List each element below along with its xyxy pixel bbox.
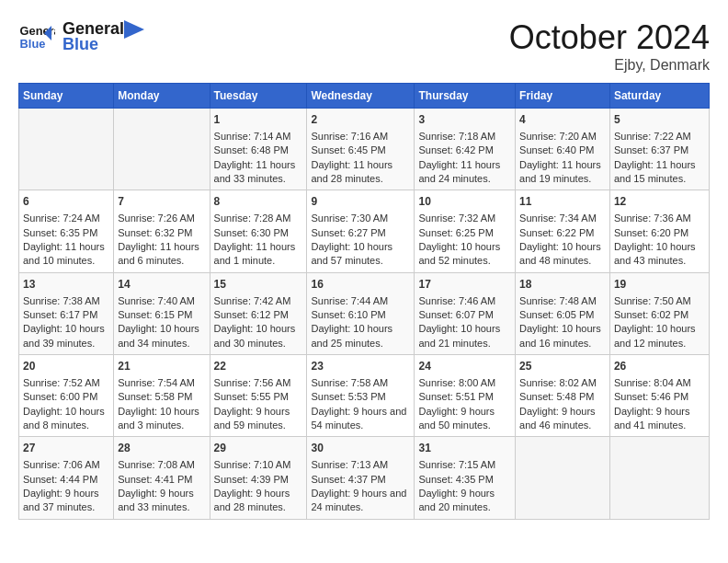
calendar-cell: 2Sunrise: 7:16 AMSunset: 6:45 PMDaylight… — [307, 109, 415, 190]
daylight-text: Daylight: 9 hours and 59 minutes. — [214, 405, 303, 433]
daylight-text: Daylight: 11 hours and 24 minutes. — [418, 158, 511, 187]
day-number: 12 — [614, 194, 705, 210]
sunrise-text: Sunrise: 7:16 AM — [311, 130, 410, 144]
sunset-text: Sunset: 4:39 PM — [214, 473, 303, 487]
day-number: 20 — [23, 359, 109, 374]
calendar-cell — [516, 437, 610, 519]
sunrise-text: Sunrise: 7:26 AM — [118, 212, 205, 225]
header-row: SundayMondayTuesdayWednesdayThursdayFrid… — [19, 84, 710, 109]
calendar-cell: 6Sunrise: 7:24 AMSunset: 6:35 PMDaylight… — [19, 190, 114, 272]
calendar-cell: 3Sunrise: 7:18 AMSunset: 6:42 PMDaylight… — [415, 109, 516, 190]
week-row-1: 1Sunrise: 7:14 AMSunset: 6:48 PMDaylight… — [19, 109, 710, 190]
calendar-cell: 13Sunrise: 7:38 AMSunset: 6:17 PMDayligh… — [19, 272, 114, 354]
day-number: 2 — [311, 112, 410, 128]
daylight-text: Daylight: 10 hours and 52 minutes. — [418, 240, 511, 269]
sunset-text: Sunset: 6:32 PM — [118, 226, 205, 240]
daylight-text: Daylight: 10 hours and 39 minutes. — [23, 322, 109, 350]
calendar-table: SundayMondayTuesdayWednesdayThursdayFrid… — [18, 83, 710, 520]
sunrise-text: Sunrise: 8:02 AM — [519, 376, 606, 390]
day-number: 21 — [118, 359, 205, 374]
calendar-cell: 27Sunrise: 7:06 AMSunset: 4:44 PMDayligh… — [19, 437, 114, 519]
day-number: 11 — [519, 194, 606, 210]
subtitle: Ejby, Denmark — [509, 57, 710, 74]
sunset-text: Sunset: 5:58 PM — [118, 390, 205, 404]
daylight-text: Daylight: 11 hours and 19 minutes. — [519, 158, 606, 187]
day-number: 22 — [214, 359, 303, 374]
daylight-text: Daylight: 11 hours and 15 minutes. — [614, 158, 705, 187]
sunset-text: Sunset: 4:44 PM — [23, 473, 109, 487]
daylight-text: Daylight: 11 hours and 33 minutes. — [214, 158, 303, 187]
day-number: 9 — [311, 194, 410, 210]
sunset-text: Sunset: 6:15 PM — [118, 308, 205, 322]
sunset-text: Sunset: 6:27 PM — [311, 226, 410, 240]
calendar-cell: 5Sunrise: 7:22 AMSunset: 6:37 PMDaylight… — [609, 109, 709, 190]
week-row-5: 27Sunrise: 7:06 AMSunset: 4:44 PMDayligh… — [19, 437, 710, 519]
sunrise-text: Sunrise: 7:32 AM — [418, 212, 511, 225]
calendar-cell: 1Sunrise: 7:14 AMSunset: 6:48 PMDaylight… — [210, 109, 307, 190]
day-number: 18 — [519, 277, 606, 293]
sunrise-text: Sunrise: 7:50 AM — [614, 294, 705, 308]
day-number: 1 — [214, 112, 303, 128]
sunset-text: Sunset: 5:53 PM — [311, 390, 410, 404]
sunrise-text: Sunrise: 7:38 AM — [23, 294, 109, 308]
calendar-cell — [19, 109, 114, 190]
sunrise-text: Sunrise: 7:44 AM — [311, 294, 410, 308]
day-number: 15 — [214, 277, 303, 293]
sunset-text: Sunset: 6:25 PM — [418, 226, 511, 240]
sunset-text: Sunset: 4:37 PM — [311, 473, 410, 487]
day-number: 23 — [311, 359, 410, 374]
calendar-cell: 23Sunrise: 7:58 AMSunset: 5:53 PMDayligh… — [307, 355, 415, 437]
day-number: 27 — [23, 441, 109, 456]
calendar-cell: 21Sunrise: 7:54 AMSunset: 5:58 PMDayligh… — [114, 355, 210, 437]
daylight-text: Daylight: 10 hours and 48 minutes. — [519, 240, 606, 269]
calendar-cell: 22Sunrise: 7:56 AMSunset: 5:55 PMDayligh… — [210, 355, 307, 437]
daylight-text: Daylight: 9 hours and 41 minutes. — [614, 405, 705, 433]
sunset-text: Sunset: 6:12 PM — [214, 308, 303, 322]
daylight-text: Daylight: 11 hours and 1 minute. — [214, 240, 303, 269]
daylight-text: Daylight: 9 hours and 33 minutes. — [118, 487, 205, 515]
daylight-text: Daylight: 9 hours and 24 minutes. — [311, 487, 410, 515]
calendar-cell — [609, 437, 709, 519]
sunset-text: Sunset: 6:35 PM — [23, 226, 109, 240]
daylight-text: Daylight: 10 hours and 34 minutes. — [118, 322, 205, 350]
calendar-cell: 17Sunrise: 7:46 AMSunset: 6:07 PMDayligh… — [415, 272, 516, 354]
sunrise-text: Sunrise: 7:40 AM — [118, 294, 205, 308]
logo-icon: General Blue — [18, 18, 55, 55]
sunrise-text: Sunrise: 7:10 AM — [214, 458, 303, 472]
daylight-text: Daylight: 10 hours and 16 minutes. — [519, 322, 606, 350]
day-number: 7 — [118, 194, 205, 210]
day-number: 29 — [214, 441, 303, 456]
day-number: 25 — [519, 359, 606, 374]
sunset-text: Sunset: 6:40 PM — [519, 144, 606, 157]
sunrise-text: Sunrise: 7:46 AM — [418, 294, 511, 308]
sunrise-text: Sunrise: 7:22 AM — [614, 130, 705, 144]
sunrise-text: Sunrise: 7:13 AM — [311, 458, 410, 472]
sunrise-text: Sunrise: 7:18 AM — [418, 130, 511, 144]
sunrise-text: Sunrise: 7:24 AM — [23, 212, 109, 225]
sunset-text: Sunset: 5:51 PM — [418, 390, 511, 404]
sunset-text: Sunset: 6:37 PM — [614, 144, 705, 157]
logo-arrow-icon — [124, 20, 144, 39]
sunrise-text: Sunrise: 7:15 AM — [418, 458, 511, 472]
day-number: 13 — [23, 277, 109, 293]
calendar-cell: 12Sunrise: 7:36 AMSunset: 6:20 PMDayligh… — [609, 190, 709, 272]
day-number: 3 — [418, 112, 511, 128]
sunset-text: Sunset: 5:55 PM — [214, 390, 303, 404]
main-title: October 2024 — [509, 18, 710, 57]
title-block: October 2024 Ejby, Denmark — [509, 18, 710, 74]
sunrise-text: Sunrise: 7:42 AM — [214, 294, 303, 308]
calendar-cell: 10Sunrise: 7:32 AMSunset: 6:25 PMDayligh… — [415, 190, 516, 272]
day-number: 4 — [519, 112, 606, 128]
daylight-text: Daylight: 10 hours and 30 minutes. — [214, 322, 303, 350]
daylight-text: Daylight: 11 hours and 6 minutes. — [118, 240, 205, 269]
sunset-text: Sunset: 6:02 PM — [614, 308, 705, 322]
calendar-cell: 30Sunrise: 7:13 AMSunset: 4:37 PMDayligh… — [307, 437, 415, 519]
sunset-text: Sunset: 5:48 PM — [519, 390, 606, 404]
day-number: 16 — [311, 277, 410, 293]
sunrise-text: Sunrise: 7:36 AM — [614, 212, 705, 225]
daylight-text: Daylight: 10 hours and 21 minutes. — [418, 322, 511, 350]
sunset-text: Sunset: 6:07 PM — [418, 308, 511, 322]
day-number: 26 — [614, 359, 705, 374]
page-header: General Blue General Blue October 2024 E… — [18, 18, 710, 74]
col-header-monday: Monday — [114, 84, 210, 109]
